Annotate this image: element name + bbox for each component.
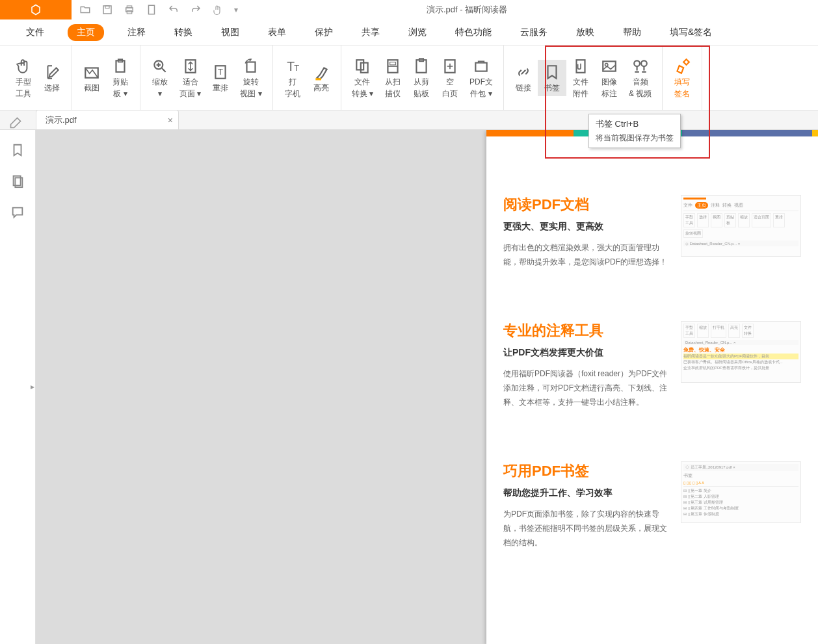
ribbon-label: 标注 bbox=[601, 89, 617, 98]
svg-rect-3 bbox=[127, 6, 132, 8]
close-tab-icon[interactable]: × bbox=[168, 115, 173, 125]
ribbon-hand-button[interactable]: 手型工具 bbox=[9, 54, 38, 102]
undo-icon[interactable] bbox=[168, 4, 179, 16]
ribbon-label: 手型 bbox=[16, 77, 31, 86]
thumb-read: 文件主页注释转换视图手型 工具选择截图剪贴 板缩放适合页面重排旋转视图◇ Dat… bbox=[681, 195, 801, 257]
bookmark-tooltip: 书签 Ctrl+B 将当前视图保存为书签 bbox=[588, 114, 681, 148]
ribbon-label: 件包 ▾ bbox=[470, 89, 492, 98]
menu-share[interactable]: 共享 bbox=[356, 24, 385, 41]
blank-icon bbox=[442, 58, 458, 75]
app-logo bbox=[0, 0, 72, 19]
eraser-icon[interactable] bbox=[9, 116, 22, 129]
expand-panel-handle[interactable]: ▸ bbox=[29, 377, 36, 396]
ribbon-label: 附件 bbox=[573, 89, 588, 98]
ribbon-label: 转换 ▾ bbox=[352, 89, 373, 98]
ribbon-label: ▾ bbox=[158, 89, 162, 98]
ribbon-av-button[interactable]: 音频& 视频 bbox=[624, 54, 657, 102]
from-clip-icon bbox=[413, 58, 430, 75]
print-icon[interactable] bbox=[124, 4, 135, 16]
quick-access-toolbar: ▾ bbox=[72, 4, 246, 16]
fill-sign-icon bbox=[674, 58, 691, 75]
qat-dropdown-icon[interactable]: ▾ bbox=[234, 5, 238, 14]
ribbon-label: 视图 ▾ bbox=[240, 89, 261, 98]
ribbon-label: 选择 bbox=[44, 83, 60, 92]
bookmark-panel-icon[interactable] bbox=[10, 143, 25, 157]
save-icon[interactable] bbox=[101, 4, 113, 16]
portfolio-icon bbox=[473, 58, 490, 75]
ribbon-portfolio-button[interactable]: PDF文件包 ▾ bbox=[464, 54, 498, 102]
menu-home[interactable]: 主页 bbox=[68, 24, 104, 41]
section-subtitle: 帮助您提升工作、学习效率 bbox=[503, 487, 672, 499]
section-body: 为PDF页面添加书签，除了实现内容的快速导航，书签还能指明不同书签的层级关系，展… bbox=[503, 507, 672, 550]
section-body: 使用福昕PDF阅读器（foxit reader）为PDF文件添加注释，可对PDF… bbox=[503, 367, 672, 409]
ribbon-label: 板 ▾ bbox=[113, 89, 127, 98]
highlight-icon bbox=[313, 64, 330, 81]
menu-slideshow[interactable]: 放映 bbox=[571, 24, 600, 41]
menu-fillsign[interactable]: 填写&签名 bbox=[665, 24, 717, 41]
pdf-page: 阅读PDF文档更强大、更实用、更高效拥有出色的文档渲染效果，强大的页面管理功能，… bbox=[486, 130, 818, 644]
ribbon-typewriter-button[interactable]: TT打字机 bbox=[278, 54, 307, 102]
ribbon-label: 旋转 bbox=[243, 77, 259, 86]
ribbon-from-clip-button[interactable]: 从剪贴板 bbox=[407, 54, 436, 102]
ribbon-clipboard-button[interactable]: 剪贴板 ▾ bbox=[106, 54, 135, 102]
menu-help[interactable]: 帮助 bbox=[618, 24, 646, 41]
hand-small-icon[interactable] bbox=[212, 4, 224, 16]
window-title: 演示.pdf - 福昕阅读器 bbox=[246, 4, 688, 16]
ribbon-attachment-button[interactable]: 文件附件 bbox=[566, 54, 595, 102]
ribbon-link-button[interactable]: 链接 bbox=[509, 60, 538, 96]
ribbon-zoom-button[interactable]: 缩放▾ bbox=[146, 54, 174, 102]
title-bar: ▾ 演示.pdf - 福昕阅读器 bbox=[0, 0, 818, 19]
ribbon-label: 工具 bbox=[16, 89, 31, 98]
zoom-icon bbox=[152, 58, 168, 75]
menu-features[interactable]: 特色功能 bbox=[450, 24, 497, 41]
typewriter-icon: TT bbox=[284, 58, 301, 75]
svg-rect-1 bbox=[105, 6, 109, 8]
ribbon-file-convert-button[interactable]: 文件转换 ▾ bbox=[347, 54, 378, 102]
page-icon[interactable] bbox=[146, 4, 157, 16]
menu-browse[interactable]: 浏览 bbox=[403, 24, 432, 41]
ribbon-label: 字机 bbox=[285, 89, 300, 98]
section-body: 拥有出色的文档渲染效果，强大的页面管理功能，帮助提升效率，是您阅读PDF的理想选… bbox=[503, 240, 672, 269]
document-viewport[interactable]: 阅读PDF文档更强大、更实用、更高效拥有出色的文档渲染效果，强大的页面管理功能，… bbox=[36, 130, 818, 644]
ribbon-blank-button[interactable]: 空白页 bbox=[436, 54, 464, 102]
menu-protect[interactable]: 保护 bbox=[310, 24, 338, 41]
ribbon-fill-sign-button[interactable]: 填写签名 bbox=[668, 54, 696, 102]
document-tab-label: 演示.pdf bbox=[46, 114, 77, 126]
av-icon bbox=[632, 58, 649, 75]
ribbon-scanner-button[interactable]: 从扫描仪 bbox=[378, 54, 407, 102]
rotate-icon bbox=[243, 58, 259, 75]
pdf-section: 阅读PDF文档更强大、更实用、更高效拥有出色的文档渲染效果，强大的页面管理功能，… bbox=[486, 182, 818, 276]
ribbon-label: 缩放 bbox=[152, 77, 168, 86]
ribbon-label: 页面 ▾ bbox=[179, 89, 201, 98]
ribbon-select-text-button[interactable]: 选择 bbox=[38, 60, 66, 96]
menu-bar: 文件 主页 注释 转换 视图 表单 保护 共享 浏览 特色功能 云服务 放映 帮… bbox=[0, 19, 818, 45]
open-icon[interactable] bbox=[79, 4, 91, 16]
menu-form[interactable]: 表单 bbox=[263, 24, 291, 41]
ribbon-snapshot-button[interactable]: 截图 bbox=[77, 60, 106, 96]
menu-convert[interactable]: 转换 bbox=[169, 24, 198, 41]
menu-cloud[interactable]: 云服务 bbox=[515, 24, 553, 41]
ribbon-rotate-button[interactable]: 旋转视图 ▾ bbox=[235, 54, 267, 102]
ribbon-image-anno-button[interactable]: 图像标注 bbox=[595, 54, 624, 102]
pdf-section: 专业的注释工具让PDF文档发挥更大价值使用福昕PDF阅读器（foxit read… bbox=[486, 308, 818, 416]
pages-panel-icon[interactable] bbox=[10, 174, 25, 188]
svg-rect-0 bbox=[103, 6, 111, 14]
document-tab[interactable]: 演示.pdf × bbox=[36, 110, 179, 129]
menu-comment[interactable]: 注释 bbox=[122, 24, 151, 41]
ribbon-label: 从剪 bbox=[414, 77, 429, 86]
ribbon-fit-page-button[interactable]: 适合页面 ▾ bbox=[174, 54, 206, 102]
ribbon-highlight-button[interactable]: 高亮 bbox=[307, 60, 336, 96]
menu-view[interactable]: 视图 bbox=[216, 24, 244, 41]
svg-rect-6 bbox=[85, 68, 98, 77]
ribbon-label: 音频 bbox=[633, 77, 648, 86]
svg-point-27 bbox=[634, 60, 640, 66]
ribbon-label: PDF文 bbox=[469, 77, 493, 86]
ribbon-label: 从扫 bbox=[385, 77, 401, 86]
comments-panel-icon[interactable] bbox=[10, 205, 25, 220]
redo-icon[interactable] bbox=[190, 4, 202, 16]
menu-file[interactable]: 文件 bbox=[21, 24, 49, 41]
ribbon-reflow-button[interactable]: T重排 bbox=[206, 60, 235, 96]
section-title: 阅读PDF文档 bbox=[503, 195, 672, 214]
ribbon-bookmark-button[interactable]: 书签 bbox=[538, 60, 566, 96]
ribbon-label: 适合 bbox=[183, 77, 198, 86]
